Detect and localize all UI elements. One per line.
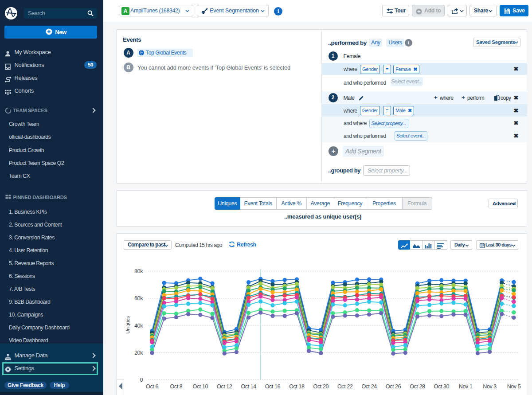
svg-text:20k: 20k — [134, 350, 143, 356]
svg-text:Oct 14: Oct 14 — [241, 383, 256, 390]
svg-text:Oct 16: Oct 16 — [265, 383, 281, 390]
svg-text:80k: 80k — [134, 268, 143, 274]
svg-text:60k: 60k — [134, 295, 143, 301]
svg-text:40k: 40k — [134, 323, 143, 329]
svg-text:Oct 12: Oct 12 — [217, 383, 232, 390]
svg-text:Oct 20: Oct 20 — [313, 383, 329, 390]
svg-text:Oct 22: Oct 22 — [337, 383, 353, 390]
svg-text:Oct 6: Oct 6 — [146, 383, 158, 390]
svg-text:Oct 18: Oct 18 — [289, 383, 305, 390]
svg-text:Nov 3: Nov 3 — [483, 383, 497, 390]
svg-text:Nov 5: Nov 5 — [507, 383, 521, 390]
svg-text:0: 0 — [140, 377, 143, 383]
svg-text:Oct 10: Oct 10 — [193, 383, 208, 390]
svg-text:Oct 26: Oct 26 — [386, 383, 401, 390]
svg-text:Uniques: Uniques — [125, 316, 130, 334]
svg-text:Nov 1: Nov 1 — [459, 383, 473, 390]
svg-text:Oct 8: Oct 8 — [170, 383, 182, 390]
svg-text:Oct 30: Oct 30 — [434, 383, 450, 390]
svg-text:Oct 28: Oct 28 — [410, 383, 425, 390]
svg-text:Oct 24: Oct 24 — [361, 383, 377, 390]
